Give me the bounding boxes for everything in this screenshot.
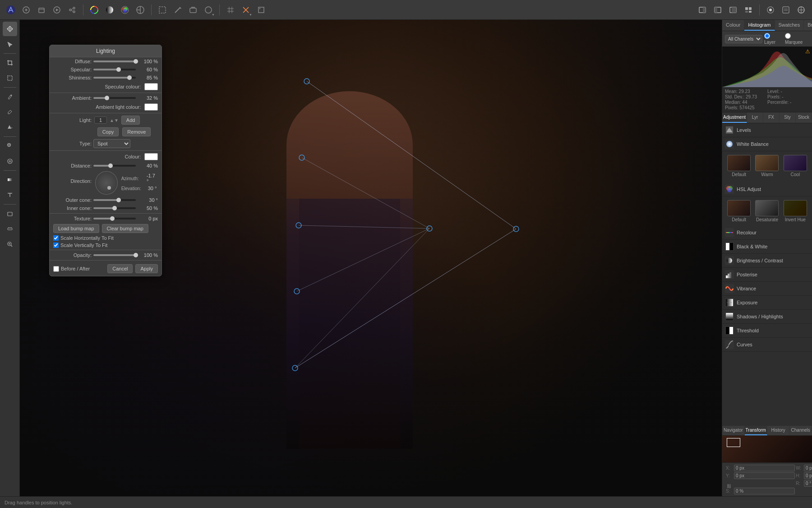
tool-zoom[interactable] (3, 237, 17, 252)
circle-tool-btn[interactable]: ▼ (201, 3, 216, 17)
tab-swatches[interactable]: Swatches (775, 20, 804, 31)
remove-light-btn[interactable]: Remove (122, 127, 151, 136)
adj-item-threshold[interactable]: Threshold (722, 324, 812, 338)
tab-histogram[interactable]: Histogram (744, 20, 775, 31)
outer-cone-slider[interactable] (93, 199, 136, 201)
texture-thumb[interactable] (110, 216, 115, 221)
hue-sat-btn[interactable] (118, 3, 132, 17)
adj-item-brightness[interactable]: Brightness / Contrast (722, 254, 812, 268)
hsl-preset-default[interactable]: Default (726, 200, 752, 222)
hsl-preset-desat[interactable]: Desaturate (754, 200, 780, 222)
shininess-thumb[interactable] (127, 75, 132, 80)
channel-select[interactable]: All Channels Red Green Blue (725, 35, 762, 43)
coord-w-input[interactable] (804, 465, 812, 471)
wb-preset-default[interactable]: Default (726, 155, 752, 177)
opacity-slider[interactable] (93, 254, 136, 256)
adj-tab-adjustment[interactable]: Adjustment (722, 112, 747, 123)
cancel-btn[interactable]: Cancel (107, 264, 133, 273)
inner-cone-slider[interactable] (93, 207, 136, 209)
specular-slider[interactable] (93, 69, 136, 70)
adj-item-white-balance[interactable]: White Balance (722, 137, 812, 151)
tool-heal[interactable] (3, 154, 17, 168)
direction-wheel[interactable] (95, 171, 118, 195)
distance-thumb[interactable] (108, 163, 113, 168)
wb-preset-cool[interactable]: Cool (782, 155, 808, 177)
before-after-checkbox[interactable] (53, 266, 59, 272)
ambient-slider[interactable] (93, 97, 136, 99)
apply-btn[interactable]: Apply (135, 264, 158, 273)
adj-item-exposure[interactable]: Exposure (722, 296, 812, 310)
nav-tab-channels[interactable]: Channels (789, 426, 812, 435)
transform-btn[interactable] (254, 3, 268, 17)
layer-radio[interactable] (764, 33, 770, 39)
nav-tab-transform[interactable]: Transform (745, 426, 767, 435)
adj-item-shadows[interactable]: Shadows / Highlights (722, 310, 812, 324)
ambient-thumb[interactable] (105, 96, 109, 100)
tab-colour[interactable]: Colour (722, 20, 744, 31)
history-btn[interactable] (779, 3, 793, 17)
coord-x-input[interactable] (734, 465, 795, 471)
scale-v-checkbox[interactable] (53, 242, 59, 248)
type-select[interactable]: Spot Directional Point (93, 139, 130, 148)
tool-select2[interactable] (3, 71, 17, 85)
specular-colour-swatch[interactable] (144, 83, 158, 90)
color-wheel-btn[interactable] (87, 3, 102, 17)
tool-measure[interactable] (3, 222, 17, 236)
panel-toggle-1[interactable] (695, 3, 710, 17)
diffuse-thumb[interactable] (134, 59, 138, 64)
tool-gradient[interactable] (3, 172, 17, 187)
brush-select-btn[interactable] (171, 3, 185, 17)
opacity-thumb[interactable] (134, 253, 138, 257)
channels-btn[interactable] (794, 3, 808, 17)
open-doc-btn[interactable] (34, 3, 49, 17)
adj-item-bw[interactable]: Black & White (722, 240, 812, 254)
smart-select-btn[interactable] (186, 3, 200, 17)
rect-select-btn[interactable] (155, 3, 170, 17)
tone-btn[interactable] (102, 3, 117, 17)
marquee-radio-label[interactable]: Marquee (785, 33, 809, 45)
copy-light-btn[interactable]: Copy (97, 127, 119, 136)
play-btn[interactable] (50, 3, 64, 17)
layer-radio-label[interactable]: Layer (764, 33, 782, 45)
light-colour-swatch[interactable] (144, 153, 158, 160)
tab-brushes[interactable]: Brushes (804, 20, 812, 31)
tool-fill[interactable] (3, 120, 17, 135)
light-number-input[interactable] (94, 117, 107, 124)
color-picker-btn[interactable] (763, 3, 778, 17)
ambient-colour-swatch[interactable] (144, 103, 158, 111)
add-light-btn[interactable]: Add (121, 116, 140, 125)
app-logo[interactable] (4, 3, 18, 17)
adj-item-posterise[interactable]: Posterise (722, 268, 812, 282)
outer-cone-thumb[interactable] (116, 198, 121, 202)
texture-slider[interactable] (93, 218, 136, 219)
grid-snap-btn[interactable] (223, 3, 238, 17)
new-doc-btn[interactable] (19, 3, 33, 17)
guides-btn[interactable]: ▼ (239, 3, 253, 17)
scale-h-checkbox[interactable] (53, 235, 59, 241)
nav-tab-navigator[interactable]: Navigator (722, 426, 745, 435)
coord-h-input[interactable] (804, 472, 812, 479)
adj-tab-stock[interactable]: Stock (796, 112, 812, 123)
share-btn[interactable] (65, 3, 79, 17)
adj-item-hsl[interactable]: HSL Adjust (722, 182, 812, 196)
nav-tab-history[interactable]: History (767, 426, 790, 435)
panel-toggle-3[interactable] (726, 3, 740, 17)
adj-tab-sty[interactable]: Sty (780, 112, 796, 123)
load-bump-btn[interactable]: Load bump map (53, 224, 99, 233)
canvas-area[interactable]: Lighting Diffuse: 100 % Specular: 60 % (20, 20, 722, 496)
coord-r-input[interactable] (804, 480, 812, 487)
panel-toggle-4[interactable] (741, 3, 756, 17)
tool-pointer[interactable] (3, 37, 17, 51)
diffuse-slider[interactable] (93, 61, 136, 62)
tool-move[interactable] (3, 22, 17, 36)
marquee-radio[interactable] (785, 33, 791, 39)
adj-item-vibrance[interactable]: Vibrance (722, 282, 812, 296)
clear-bump-btn[interactable]: Clear bump map (102, 224, 148, 233)
adj-tab-lyr[interactable]: Lyr (747, 112, 763, 123)
hsl-preset-invert[interactable]: Invert Hue (782, 200, 808, 222)
wb-preset-warm[interactable]: Warm (754, 155, 780, 177)
link-proportions-btn[interactable]: ⛓ (727, 484, 795, 490)
adj-item-recolour[interactable]: Recolour (722, 226, 812, 240)
exposure-btn[interactable] (133, 3, 148, 17)
tool-paint[interactable] (3, 89, 17, 104)
